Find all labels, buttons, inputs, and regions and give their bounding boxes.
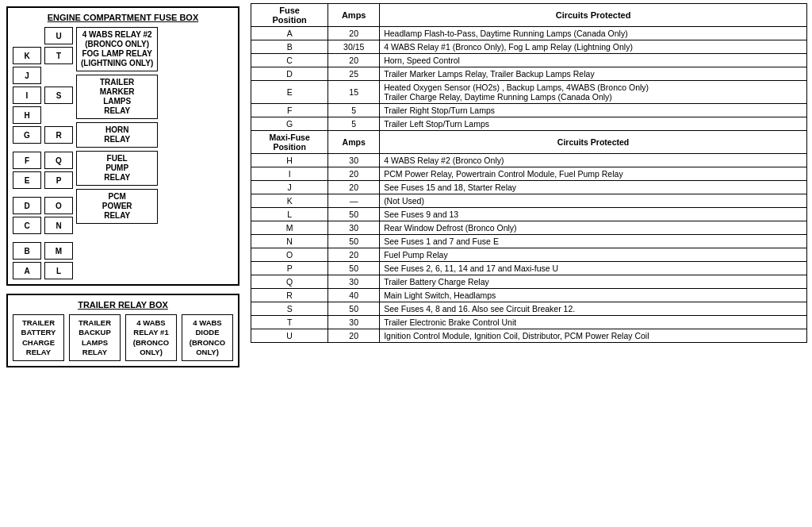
maxi-fuse-amps-header: Amps [328, 131, 380, 154]
fuse-pos-j: J [251, 181, 328, 194]
fuse-row-l: L 50 See Fuses 9 and 13 [251, 208, 807, 221]
fuse-pos-d: D [251, 67, 328, 81]
fuse-cell-m: M [44, 242, 73, 260]
relay-label-fuel: FUELPUMPRELAY [76, 151, 158, 186]
maxi-fuse-pos-header: Maxi-FusePosition [251, 131, 328, 154]
fuse-desc-i: PCM Power Relay, Powertrain Control Modu… [380, 167, 807, 181]
col-header-amps: Amps [328, 4, 380, 27]
fuse-row-f: F 5 Trailer Right Stop/Turn Lamps [251, 104, 807, 117]
fuse-desc-o: Fuel Pump Relay [380, 248, 807, 262]
fuse-cell-e: E [13, 171, 41, 189]
fuse-row-s: S 50 See Fuses 4, 8 and 16. Also see Cir… [251, 302, 807, 316]
engine-fuse-box: ENGINE COMPARTMENT FUSE BOX U K T J [6, 6, 239, 286]
fuse-pos-l: L [251, 208, 328, 221]
fuse-amps-u: 20 [328, 329, 380, 343]
fuse-cell-h: H [13, 106, 41, 124]
fuse-amps-j: 20 [328, 181, 380, 194]
relay-label-wabs2: 4 WABS RELAY #2(BRONCO ONLY)FOG LAMP REL… [76, 27, 158, 71]
fuse-amps-k: — [328, 194, 380, 208]
fuse-pos-g: G [251, 117, 328, 131]
fuse-pos-e: E [251, 81, 328, 104]
fuse-amps-e: 15 [328, 81, 380, 104]
fuse-pos-n: N [251, 235, 328, 248]
fuse-row-k: K — (Not Used) [251, 194, 807, 208]
fuse-desc-q: Trailer Battery Charge Relay [380, 275, 807, 289]
fuse-row-i: I 20 PCM Power Relay, Powertrain Control… [251, 167, 807, 181]
left-panel: ENGINE COMPARTMENT FUSE BOX U K T J [0, 0, 246, 527]
fuse-desc-f: Trailer Right Stop/Turn Lamps [380, 104, 807, 117]
wabs-diode: 4 WABSDIODE(BRONCOONLY) [182, 314, 233, 361]
fuse-cell-i: I [13, 87, 41, 104]
fuse-amps-g: 5 [328, 117, 380, 131]
fuse-cell-t: T [44, 47, 73, 64]
fuse-row-o: O 20 Fuel Pump Relay [251, 248, 807, 262]
fuse-cell-a: A [13, 262, 41, 279]
fuse-amps-d: 25 [328, 67, 380, 81]
fuse-cell-p: P [44, 171, 73, 189]
fuse-amps-q: 30 [328, 275, 380, 289]
fuse-row-j: J 20 See Fuses 15 and 18, Starter Relay [251, 181, 807, 194]
fuse-desc-h: 4 WABS Relay #2 (Bronco Only) [380, 154, 807, 167]
fuse-amps-f: 5 [328, 104, 380, 117]
fuse-pos-f: F [251, 104, 328, 117]
fuse-row-g: G 5 Trailer Left Stop/Turn Lamps [251, 117, 807, 131]
fuse-cell-f: F [13, 152, 41, 169]
fuse-amps-m: 30 [328, 221, 380, 235]
fuse-cell-n: N [44, 217, 73, 234]
fuse-pos-s: S [251, 302, 328, 316]
fuse-pos-p: P [251, 262, 328, 275]
fuse-desc-p: See Fuses 2, 6, 11, 14 and 17 and Maxi-f… [380, 262, 807, 275]
fuse-cell-d: D [13, 197, 41, 214]
wabs-relay-1: 4 WABSRELAY #1(BRONCOONLY) [125, 314, 177, 361]
trailer-relay-grid: TRAILERBATTERYCHARGERELAY TRAILERBACKUPL… [13, 314, 233, 361]
fuse-row-u: U 20 Ignition Control Module, Ignition C… [251, 329, 807, 343]
fuse-row-b: B 30/15 4 WABS Relay #1 (Bronco Only), F… [251, 40, 807, 54]
fuse-desc-m: Rear Window Defrost (Bronco Only) [380, 221, 807, 235]
fuse-cell-r: R [44, 126, 73, 144]
fuse-pos-o: O [251, 248, 328, 262]
fuse-desc-d: Trailer Marker Lamps Relay, Trailer Back… [380, 67, 807, 81]
right-panel: FusePosition Amps Circuits Protected A 2… [246, 0, 812, 527]
relay-label-trailer-marker: TRAILERMARKERLAMPSRELAY [76, 75, 158, 119]
col-header-circuits: Circuits Protected [380, 4, 807, 27]
fuse-pos-u: U [251, 329, 328, 343]
fuse-row-p: P 50 See Fuses 2, 6, 11, 14 and 17 and M… [251, 262, 807, 275]
fuse-row-r: R 40 Main Light Switch, Headlamps [251, 289, 807, 302]
fuse-row-c: C 20 Horn, Speed Control [251, 54, 807, 67]
fuse-desc-r: Main Light Switch, Headlamps [380, 289, 807, 302]
fuse-pos-h: H [251, 154, 328, 167]
fuse-amps-t: 30 [328, 316, 380, 329]
fuse-pos-q: Q [251, 275, 328, 289]
fuse-cell-k: K [13, 47, 41, 64]
fuse-desc-a: Headlamp Flash-to-Pass, Daytime Running … [380, 27, 807, 40]
maxi-fuse-circuits-header: Circuits Protected [380, 131, 807, 154]
maxi-fuse-header-row: Maxi-FusePosition Amps Circuits Protecte… [251, 131, 807, 154]
fuse-row-t: T 30 Trailer Electronic Brake Control Un… [251, 316, 807, 329]
fuse-pos-k: K [251, 194, 328, 208]
fuse-pos-a: A [251, 27, 328, 40]
fuse-desc-s: See Fuses 4, 8 and 16. Also see Circuit … [380, 302, 807, 316]
fuse-amps-r: 40 [328, 289, 380, 302]
fuse-cell-s: S [44, 87, 73, 104]
fuse-desc-g: Trailer Left Stop/Turn Lamps [380, 117, 807, 131]
trailer-battery-charge-relay: TRAILERBATTERYCHARGERELAY [13, 314, 64, 361]
fuse-cell-q: Q [44, 152, 73, 169]
fuse-desc-c: Horn, Speed Control [380, 54, 807, 67]
fuse-amps-n: 50 [328, 235, 380, 248]
fuse-left-cols: U K T J I S H [13, 27, 73, 279]
fuse-amps-h: 30 [328, 154, 380, 167]
fuse-row-q: Q 30 Trailer Battery Charge Relay [251, 275, 807, 289]
fuse-desc-e: Heated Oxygen Sensor (HO2s) , Backup Lam… [380, 81, 807, 104]
fuse-desc-l: See Fuses 9 and 13 [380, 208, 807, 221]
fuse-table: FusePosition Amps Circuits Protected A 2… [251, 3, 807, 343]
fuse-pos-b: B [251, 40, 328, 54]
col-header-position: FusePosition [251, 4, 328, 27]
relay-label-pcm: PCMPOWERRELAY [76, 189, 158, 224]
fuse-amps-o: 20 [328, 248, 380, 262]
fuse-amps-b: 30/15 [328, 40, 380, 54]
trailer-relay-box: TRAILER RELAY BOX TRAILERBATTERYCHARGERE… [6, 294, 239, 367]
fuse-pos-t: T [251, 316, 328, 329]
fuse-row-n: N 50 See Fuses 1 and 7 and Fuse E [251, 235, 807, 248]
fuse-box-content: U K T J I S H [13, 27, 233, 279]
fuse-row-h: H 30 4 WABS Relay #2 (Bronco Only) [251, 154, 807, 167]
